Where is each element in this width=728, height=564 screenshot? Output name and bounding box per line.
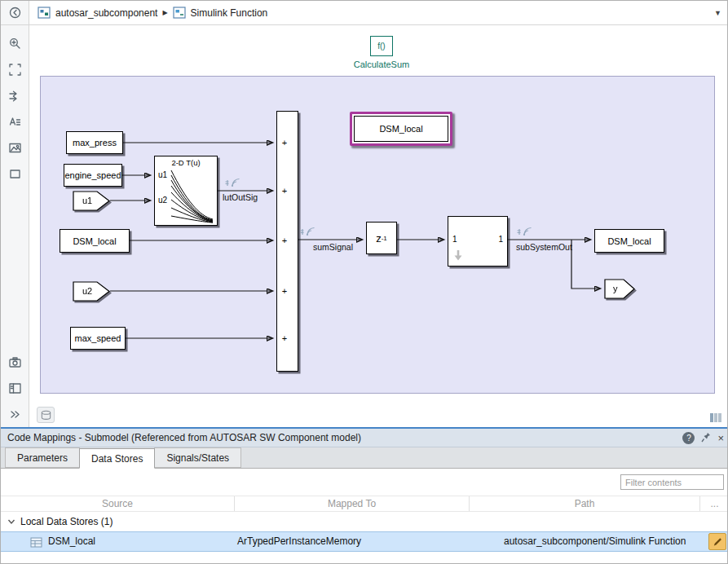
breadcrumb-model[interactable]: autosar_subcomponent [55,7,157,19]
column-mapped-to: Mapped To [235,496,470,511]
block-data-store-write[interactable]: DSM_local [594,229,664,253]
block-sum[interactable]: + + + + + [276,111,298,372]
block-data-store-memory-selected[interactable]: DSM_local [350,112,452,146]
column-more: ... [700,496,728,511]
inport-u1[interactable]: u1 [73,191,111,211]
breadcrumb-separator-icon: ▶ [162,9,167,16]
block-lookup-table[interactable]: 2-D T(u) u1 u2 [154,156,218,226]
panel-body: Source Mapped To Path ... Local Data Sto… [1,469,728,564]
sum-plus: + [280,285,289,297]
delay-exponent: -1 [382,235,387,242]
back-icon[interactable] [6,5,24,21]
table-header: Source Mapped To Path ... [1,496,728,512]
data-store-icon [30,536,42,551]
signal-logging-icon [300,224,316,238]
help-icon[interactable]: ? [682,432,695,444]
lookup-port2-label: u2 [158,196,167,205]
expand-chevron-icon [7,518,15,525]
tab-parameters[interactable]: Parameters [5,447,80,468]
zoom-icon[interactable] [6,35,24,51]
lookup-title: 2-D T(u) [155,158,217,167]
subsystem-inport-label: 1 [452,235,457,244]
pin-icon[interactable] [700,431,712,446]
model-icon [38,7,51,19]
column-source: Source [1,496,235,511]
subsystem-outport-label: 1 [498,235,503,244]
corner-cell [1,1,29,25]
signal-label-sumsignal: sumSignal [313,242,353,252]
edit-button[interactable] [708,533,726,550]
function-badge-label: f() [377,42,385,51]
dropdown-arrow-icon[interactable]: ▼ [714,9,721,17]
lookup-curves-icon [170,167,215,224]
filter-input[interactable] [620,474,724,490]
annotation-icon[interactable] [6,113,24,130]
palette-toolbar [1,25,29,427]
block-max-speed[interactable]: max_speed [70,327,126,350]
table-row-dsm-local[interactable]: DSM_local ArTypedPerInstanceMemory autos… [1,531,728,552]
simulink-window: autosar_subcomponent ▶ Simulink Function… [0,0,728,564]
outport-y[interactable]: y [604,279,636,299]
data-store-badge[interactable] [37,407,55,423]
area-box-icon[interactable] [6,165,24,182]
viewmark-camera-icon[interactable] [6,354,24,370]
inport-u2-label: u2 [82,286,92,296]
tab-data-stores[interactable]: Data Stores [79,448,155,469]
forward-arrows-icon[interactable] [6,87,24,104]
panel-tabs: Parameters Data Stores Signals/States [1,447,728,469]
inport-u2[interactable]: u2 [73,281,111,302]
block-data-store-read[interactable]: DSM_local [60,229,130,253]
model-browser-icon[interactable] [6,380,24,396]
column-path: Path [470,496,700,511]
row-source: DSM_local [48,532,95,551]
image-annotation-icon[interactable] [6,139,24,156]
function-badge[interactable]: f() [370,36,393,56]
code-mappings-panel: Code Mappings - Submodel (Referenced fro… [1,427,728,564]
data-store-memory-label: DSM_local [354,116,448,142]
signal-label-subsystemout: subSystemOut [516,242,572,252]
signal-logging-icon [225,175,241,189]
group-local-data-stores[interactable]: Local Data Stores (1) [1,513,728,531]
sum-plus: + [280,235,289,246]
tab-signals-states[interactable]: Signals/States [154,447,241,468]
lookup-port1-label: u1 [158,170,167,179]
pencil-icon [713,536,723,547]
subsystem-down-arrow-icon [453,249,463,263]
breadcrumb-function[interactable]: Simulink Function [191,7,268,19]
outport-y-label: y [613,284,618,293]
panel-title: Code Mappings - Submodel (Referenced fro… [7,432,361,443]
panel-title-icons: ? × [682,429,724,447]
signal-logging-icon [517,224,533,238]
function-icon [173,7,186,19]
close-icon[interactable]: × [717,432,724,444]
breadcrumb: autosar_subcomponent ▶ Simulink Function… [29,1,728,25]
block-max-press[interactable]: max_press [66,131,123,154]
function-name: CalculateSum [329,59,434,69]
block-subsystem[interactable]: 1 1 [448,216,508,267]
row-path-link[interactable]: autosar_subcomponent/Simulink Function [504,532,686,551]
diagram-canvas[interactable]: f() CalculateSum max_press engine_speed [29,25,728,427]
block-unit-delay[interactable]: z-1 [366,222,397,254]
fit-to-view-icon[interactable] [6,61,24,77]
signal-label-lutoutsig: lutOutSig [223,192,258,202]
sum-plus: + [280,137,289,148]
row-mapped-to[interactable]: ArTypedPerInstanceMemory [237,532,361,551]
expand-chevrons-icon[interactable] [6,406,24,422]
block-engine-speed[interactable]: engine_speed [64,164,122,187]
sum-plus: + [280,185,289,196]
group-label: Local Data Stores (1) [20,516,113,527]
panel-titlebar: Code Mappings - Submodel (Referenced fro… [1,429,728,447]
inport-u1-label: u1 [82,196,92,205]
sum-plus: + [280,333,289,344]
pane-layout-icon[interactable] [709,412,722,426]
